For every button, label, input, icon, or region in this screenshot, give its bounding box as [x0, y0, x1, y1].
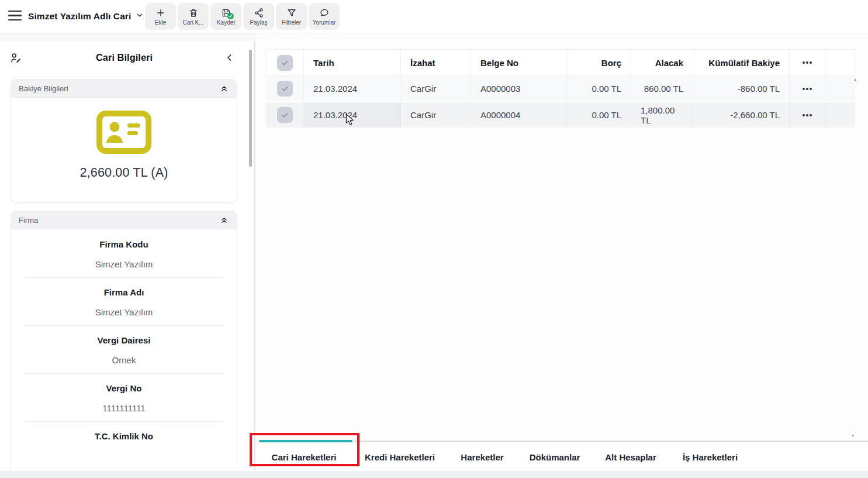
ellipsis-icon [806, 114, 808, 116]
active-tab-underline [259, 440, 352, 442]
field-firma-adi: Firma Adı Simzet Yazılım [11, 278, 237, 318]
plus-icon [155, 7, 166, 18]
cell-alacak[interactable]: 1,800.00 TL [631, 102, 693, 129]
firma-section-label: Firma [19, 216, 38, 225]
bottom-tabstrip: Cari Hareketleri Kredi Hareketleri Harek… [255, 443, 868, 471]
row-checkbox-cell [266, 102, 304, 129]
trash-icon [188, 7, 199, 18]
ellipsis-icon [806, 88, 808, 90]
cell-tarih[interactable]: 21.03.2024 [304, 76, 401, 102]
cari-info-sidebar: Cari Bilgileri Bakiye Bilgileri 2,660.00… [0, 41, 254, 471]
cari-hareketleri-table: Tarih İzahat Belge No Borç Alacak Kümüla… [266, 49, 855, 129]
cell-belge-no[interactable]: A0000003 [471, 76, 567, 102]
firma-fields: Firma Kodu Simzet Yazılım Firma Adı Simz… [11, 229, 237, 462]
comments-icon [319, 7, 330, 18]
tab-alt-hesaplar[interactable]: Alt Hesaplar [592, 443, 669, 471]
collapse-sidebar-icon[interactable] [224, 53, 234, 65]
column-header-izahat[interactable]: İzahat [401, 49, 471, 76]
cell-izahat[interactable]: CarGir [401, 102, 471, 129]
row-checkbox[interactable] [277, 107, 293, 123]
save-success-badge [227, 13, 234, 19]
cell-izahat[interactable]: CarGir [401, 76, 471, 102]
cell-kumulatif-bakiye[interactable]: -860.00 TL [693, 76, 790, 102]
filters-button[interactable]: Filtreler [276, 3, 307, 30]
column-header-borc[interactable]: Borç [567, 49, 631, 76]
row-checkbox-cell [266, 76, 304, 102]
cell-borc[interactable]: 0.00 TL [567, 76, 631, 102]
field-firma-kodu: Firma Kodu Simzet Yazılım [11, 230, 237, 270]
record-title-dropdown[interactable]: Simzet Yazılım Adlı Cari [28, 0, 144, 33]
sidebar-title: Cari Bilgileri [0, 52, 248, 63]
save-check-icon [221, 7, 231, 18]
select-all-checkbox[interactable] [277, 55, 293, 71]
filter-icon [286, 7, 297, 18]
share-button[interactable]: Paylaş [243, 3, 274, 30]
tab-cari-hareketleri[interactable]: Cari Hareketleri [255, 443, 352, 471]
balance-section-label: Bakiye Bilgileri [19, 84, 68, 93]
collapse-section-icon[interactable] [219, 84, 229, 94]
collapse-section-icon[interactable] [219, 215, 229, 225]
tab-kredi-hareketleri[interactable]: Kredi Hareketleri [352, 443, 447, 471]
sidebar-scrollbar[interactable] [249, 50, 252, 167]
firma-section: Firma Firma Kodu Simzet Yazılım Firma Ad… [11, 211, 237, 471]
cell-empty [825, 102, 855, 129]
column-header-tarih[interactable]: Tarih [304, 49, 401, 76]
comments-button[interactable]: Yorumlar [309, 3, 340, 30]
column-header-empty [825, 49, 855, 76]
cell-tarih[interactable]: 21.03.2024 [304, 102, 401, 129]
app-window: Simzet Yazılım Adlı Cari Ekle Cari K... [0, 0, 868, 478]
cell-alacak[interactable]: 860.00 TL [631, 76, 693, 102]
field-tc-kimlik-no: T.C. Kimlik No [11, 422, 237, 462]
row-menu-button[interactable] [790, 102, 825, 129]
tab-hareketler[interactable]: Hareketler [447, 443, 517, 471]
sidebar-header: Cari Bilgileri [0, 50, 248, 68]
add-button[interactable]: Ekle [145, 3, 176, 30]
save-button[interactable]: Kaydet [210, 3, 241, 30]
cell-kumulatif-bakiye[interactable]: -2,660.00 TL [693, 102, 790, 129]
chevron-down-icon [136, 11, 144, 22]
column-header-kumulatif-bakiye[interactable]: Kümülatif Bakiye [693, 49, 790, 76]
toolbar: Ekle Cari K... Kaydet [145, 3, 340, 30]
cell-empty [825, 76, 855, 102]
bottom-strip [0, 471, 868, 478]
field-vergi-dairesi: Vergi Dairesi Örnek [11, 326, 237, 366]
scroll-down-icon[interactable]: ▾ [852, 433, 854, 438]
balance-section: Bakiye Bilgileri 2,660.00 TL (A) [11, 79, 237, 203]
balance-body: 2,660.00 TL (A) [11, 98, 237, 180]
delete-button[interactable]: Cari K... [178, 3, 209, 30]
column-header-belge-no[interactable]: Belge No [471, 49, 567, 76]
balance-section-header[interactable]: Bakiye Bilgileri [11, 80, 237, 98]
row-checkbox[interactable] [277, 81, 293, 97]
record-title: Simzet Yazılım Adlı Cari [28, 11, 131, 22]
id-card-icon [96, 110, 152, 157]
field-vergi-no: Vergi No 1111111111 [11, 374, 237, 414]
firma-section-header[interactable]: Firma [11, 211, 237, 229]
hamburger-menu-icon[interactable] [8, 11, 22, 20]
cell-borc[interactable]: 0.00 TL [567, 102, 631, 129]
topbar: Simzet Yazılım Adlı Cari Ekle Cari K... [0, 0, 868, 33]
share-icon [254, 7, 264, 18]
column-header-menu[interactable] [790, 49, 825, 76]
tab-dokumanlar[interactable]: Dökümanlar [517, 443, 592, 471]
tabstrip-border [354, 441, 868, 442]
balance-amount: 2,660.00 TL (A) [79, 166, 168, 180]
tab-is-hareketleri[interactable]: İş Hareketleri [669, 443, 751, 471]
row-menu-button[interactable] [790, 76, 825, 102]
ellipsis-icon [806, 61, 808, 64]
select-all-cell [266, 49, 304, 76]
column-header-alacak[interactable]: Alacak [631, 49, 693, 76]
cell-belge-no[interactable]: A0000004 [471, 102, 567, 129]
